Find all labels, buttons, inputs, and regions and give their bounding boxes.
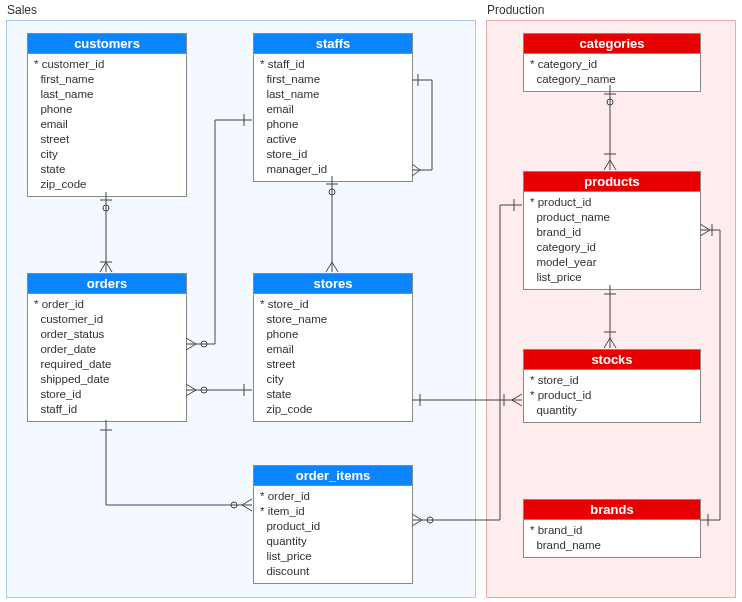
column: discount — [260, 564, 406, 579]
column: zip_code — [34, 177, 180, 192]
column: phone — [260, 327, 406, 342]
entity-stores: stores * store_id store_name phone email… — [253, 273, 413, 422]
column: manager_id — [260, 162, 406, 177]
column: * item_id — [260, 504, 406, 519]
entity-customers: customers * customer_id first_name last_… — [27, 33, 187, 197]
entity-order-items: order_items * order_id* item_id product_… — [253, 465, 413, 584]
column: zip_code — [260, 402, 406, 417]
column: list_price — [530, 270, 694, 285]
entity-customers-title: customers — [28, 34, 186, 54]
entity-products-columns: * product_id product_name brand_id categ… — [524, 192, 700, 289]
column: store_id — [260, 147, 406, 162]
column: staff_id — [34, 402, 180, 417]
column: model_year — [530, 255, 694, 270]
column: * product_id — [530, 195, 694, 210]
entity-customers-columns: * customer_id first_name last_name phone… — [28, 54, 186, 196]
column: product_id — [260, 519, 406, 534]
entity-order-items-title: order_items — [254, 466, 412, 486]
entity-categories: categories * category_id category_name — [523, 33, 701, 92]
column: * store_id — [260, 297, 406, 312]
schema-production-label: Production — [487, 3, 544, 17]
column: store_id — [34, 387, 180, 402]
column: phone — [34, 102, 180, 117]
column: quantity — [530, 403, 694, 418]
entity-categories-title: categories — [524, 34, 700, 54]
column: quantity — [260, 534, 406, 549]
column: first_name — [260, 72, 406, 87]
column: shipped_date — [34, 372, 180, 387]
column: city — [260, 372, 406, 387]
entity-stocks-columns: * store_id* product_id quantity — [524, 370, 700, 422]
column: active — [260, 132, 406, 147]
column: state — [260, 387, 406, 402]
column: store_name — [260, 312, 406, 327]
entity-products-title: products — [524, 172, 700, 192]
column: category_name — [530, 72, 694, 87]
entity-stores-columns: * store_id store_name phone email street… — [254, 294, 412, 421]
entity-orders-title: orders — [28, 274, 186, 294]
column: category_id — [530, 240, 694, 255]
column: * store_id — [530, 373, 694, 388]
column: brand_id — [530, 225, 694, 240]
entity-staffs: staffs * staff_id first_name last_name e… — [253, 33, 413, 182]
entity-products: products * product_id product_name brand… — [523, 171, 701, 290]
entity-orders: orders * order_id customer_id order_stat… — [27, 273, 187, 422]
column: email — [260, 102, 406, 117]
entity-stocks-title: stocks — [524, 350, 700, 370]
column: * category_id — [530, 57, 694, 72]
entity-brands: brands * brand_id brand_name — [523, 499, 701, 558]
entity-stores-title: stores — [254, 274, 412, 294]
column: customer_id — [34, 312, 180, 327]
column: list_price — [260, 549, 406, 564]
entity-categories-columns: * category_id category_name — [524, 54, 700, 91]
column: required_date — [34, 357, 180, 372]
entity-order-items-columns: * order_id* item_id product_id quantity … — [254, 486, 412, 583]
column: phone — [260, 117, 406, 132]
column: first_name — [34, 72, 180, 87]
column: * staff_id — [260, 57, 406, 72]
column: last_name — [260, 87, 406, 102]
schema-production: Production categories * category_id cate… — [486, 20, 736, 598]
entity-staffs-columns: * staff_id first_name last_name email ph… — [254, 54, 412, 181]
column: * brand_id — [530, 523, 694, 538]
column: brand_name — [530, 538, 694, 553]
schema-sales-label: Sales — [7, 3, 37, 17]
entity-stocks: stocks * store_id* product_id quantity — [523, 349, 701, 423]
entity-brands-title: brands — [524, 500, 700, 520]
column: * order_id — [260, 489, 406, 504]
column: email — [260, 342, 406, 357]
column: product_name — [530, 210, 694, 225]
column: last_name — [34, 87, 180, 102]
entity-orders-columns: * order_id customer_id order_status orde… — [28, 294, 186, 421]
schema-sales: Sales customers * customer_id first_name… — [6, 20, 476, 598]
entity-brands-columns: * brand_id brand_name — [524, 520, 700, 557]
column: * customer_id — [34, 57, 180, 72]
column: street — [34, 132, 180, 147]
column: order_date — [34, 342, 180, 357]
column: * order_id — [34, 297, 180, 312]
column: * product_id — [530, 388, 694, 403]
column: city — [34, 147, 180, 162]
entity-staffs-title: staffs — [254, 34, 412, 54]
column: order_status — [34, 327, 180, 342]
column: state — [34, 162, 180, 177]
column: street — [260, 357, 406, 372]
column: email — [34, 117, 180, 132]
